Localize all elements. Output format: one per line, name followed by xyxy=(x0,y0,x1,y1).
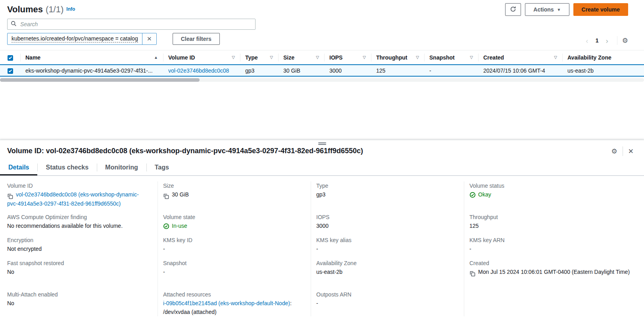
chevron-down-icon: ▼ xyxy=(557,8,561,12)
field-volume-state: Volume state In-use xyxy=(163,213,300,236)
column-header-name[interactable]: Name▲ xyxy=(21,50,163,64)
divider xyxy=(623,146,623,156)
field-snapshot: Snapshot - xyxy=(163,259,300,290)
panel-close-button[interactable]: ✕ xyxy=(628,148,634,155)
column-header-volume-id[interactable]: Volume ID▽ xyxy=(163,50,240,64)
sort-icon: ▽ xyxy=(363,55,367,60)
tab-status-checks[interactable]: Status checks xyxy=(37,159,97,175)
tab-tags[interactable]: Tags xyxy=(146,159,177,175)
column-header-type[interactable]: Type▽ xyxy=(240,50,279,64)
field-attached-resources: Attached resources i-09b05c4f1be2145ad (… xyxy=(163,290,300,316)
column-header-throughput[interactable]: Throughput▽ xyxy=(371,50,425,64)
field-compute-optimizer: AWS Compute Optimizer finding No recomme… xyxy=(7,213,147,236)
sort-icon: ▽ xyxy=(316,55,320,60)
close-icon: ✕ xyxy=(147,35,152,42)
panel-preferences-button[interactable]: ⚙ xyxy=(611,148,617,155)
previous-page-button[interactable]: ‹ xyxy=(583,37,590,44)
page-number[interactable]: 1 xyxy=(591,37,604,44)
volumes-table: Name▲ Volume ID▽ Type▽ Size▽ IOPS▽ Throu… xyxy=(0,50,644,82)
sort-icon: ▽ xyxy=(416,55,420,60)
column-header-iops[interactable]: IOPS▽ xyxy=(325,50,371,64)
cell-snapshot: - xyxy=(425,64,479,77)
status-ok-icon xyxy=(469,190,476,199)
panel-resize-handle-icon[interactable] xyxy=(318,142,326,146)
cell-name: eks-workshop-dynamic-pvc-4914a5e3-0297-4… xyxy=(21,64,163,77)
scrollbar-thumb[interactable] xyxy=(0,78,200,82)
field-availability-zone: Availability Zone us-east-2b xyxy=(316,259,454,290)
gear-icon: ⚙ xyxy=(622,37,628,44)
row-checkbox[interactable] xyxy=(8,68,13,74)
search-icon xyxy=(11,21,17,28)
next-page-button[interactable]: › xyxy=(603,37,610,44)
field-created: Created Mon Jul 15 2024 10:06:01 GMT-040… xyxy=(469,259,634,290)
volume-id-detail-link[interactable]: vol-02e3746bd8edc0c08 (eks-workshop-dyna… xyxy=(7,191,139,207)
cell-type: gp3 xyxy=(240,64,279,77)
field-encryption: Encryption Not encrypted xyxy=(7,236,147,259)
field-kms-key-id: KMS key ID - xyxy=(163,236,300,259)
sort-icon: ▽ xyxy=(270,55,274,60)
column-header-availability-zone[interactable]: Availability Zone xyxy=(563,50,644,64)
create-volume-button[interactable]: Create volume xyxy=(573,3,628,16)
copy-icon[interactable] xyxy=(7,193,13,199)
column-header-size[interactable]: Size▽ xyxy=(279,50,325,64)
sort-ascending-icon: ▲ xyxy=(154,55,159,60)
page-title: Volumes (1/1) Info xyxy=(7,4,75,15)
pagination: ‹ 1 › ⚙ xyxy=(583,36,628,45)
sort-icon: ▽ xyxy=(232,55,236,60)
close-icon: ✕ xyxy=(628,148,634,155)
column-header-snapshot[interactable]: Snapshot▽ xyxy=(425,50,479,64)
cell-size: 30 GiB xyxy=(279,64,325,77)
table-row[interactable]: eks-workshop-dynamic-pvc-4914a5e3-0297-4… xyxy=(0,64,644,77)
status-ok-icon xyxy=(163,221,169,230)
search-input[interactable] xyxy=(19,21,252,28)
actions-button-label: Actions xyxy=(533,6,554,13)
refresh-button[interactable] xyxy=(505,3,521,16)
field-size: Size 30 GiB xyxy=(163,181,300,213)
page-header: Volumes (1/1) Info Actions ▼ Create volu… xyxy=(0,0,644,45)
resource-count: (1/1) xyxy=(46,4,63,15)
table-settings-button[interactable]: ⚙ xyxy=(622,37,628,44)
device-path: /dev/xvdaa (attached) xyxy=(163,308,300,316)
volume-id-link[interactable]: vol-02e3746bd8edc0c08 xyxy=(168,67,229,74)
cell-iops: 3000 xyxy=(325,64,371,77)
copy-icon[interactable] xyxy=(163,193,169,199)
filter-token[interactable]: kubernetes.io/created-for/pvc/namespace … xyxy=(7,33,157,45)
tab-details[interactable]: Details xyxy=(0,159,37,175)
copy-icon[interactable] xyxy=(469,271,475,277)
sort-icon: ▽ xyxy=(470,55,474,60)
field-volume-status: Volume status Okay xyxy=(469,181,634,213)
search-box xyxy=(7,19,256,30)
filter-token-label: kubernetes.io/created-for/pvc/namespace … xyxy=(12,35,138,42)
gear-icon: ⚙ xyxy=(611,148,617,155)
divider xyxy=(617,36,617,45)
sort-icon: ▽ xyxy=(554,55,558,60)
page-title-text: Volumes xyxy=(7,4,43,15)
field-multi-attach: Multi-Attach enabled No xyxy=(7,290,147,313)
field-fast-snapshot-restored: Fast snapshot restored No xyxy=(7,259,147,290)
cell-created: 2024/07/15 10:06 GMT-4 xyxy=(479,64,563,77)
cell-availability-zone: us-east-2b xyxy=(563,64,644,77)
status-badge: Okay xyxy=(478,190,491,199)
table-header-row: Name▲ Volume ID▽ Type▽ Size▽ IOPS▽ Throu… xyxy=(0,50,644,64)
field-type: Type gp3 xyxy=(316,181,454,213)
field-throughput: Throughput 125 xyxy=(469,213,634,236)
clear-filters-button[interactable]: Clear filters xyxy=(173,33,220,45)
field-kms-key-arn: KMS key ARN - xyxy=(469,236,634,259)
panel-tabs: Details Status checks Monitoring Tags xyxy=(0,159,644,176)
field-volume-id: Volume ID vol-02e3746bd8edc0c08 (eks-wor… xyxy=(7,181,147,213)
instance-link[interactable]: i-09b05c4f1be2145ad (eks-workshop-defaul… xyxy=(163,300,290,306)
remove-filter-button[interactable]: ✕ xyxy=(142,33,156,44)
panel-title: Volume ID: vol-02e3746bd8edc0c08 (eks-wo… xyxy=(7,146,363,156)
status-badge: In-use xyxy=(172,221,187,230)
column-header-created[interactable]: Created▽ xyxy=(479,50,563,64)
details-grid: Volume ID vol-02e3746bd8edc0c08 (eks-wor… xyxy=(0,176,644,316)
select-all-checkbox[interactable] xyxy=(8,55,13,61)
horizontal-scrollbar xyxy=(0,78,644,82)
info-link[interactable]: Info xyxy=(66,6,75,12)
actions-button[interactable]: Actions ▼ xyxy=(525,3,569,16)
field-iops: IOPS 3000 xyxy=(316,213,454,236)
tab-monitoring[interactable]: Monitoring xyxy=(97,159,146,175)
refresh-icon xyxy=(510,6,516,13)
field-outposts-arn: Outposts ARN - xyxy=(316,290,454,313)
cell-throughput: 125 xyxy=(371,64,425,77)
